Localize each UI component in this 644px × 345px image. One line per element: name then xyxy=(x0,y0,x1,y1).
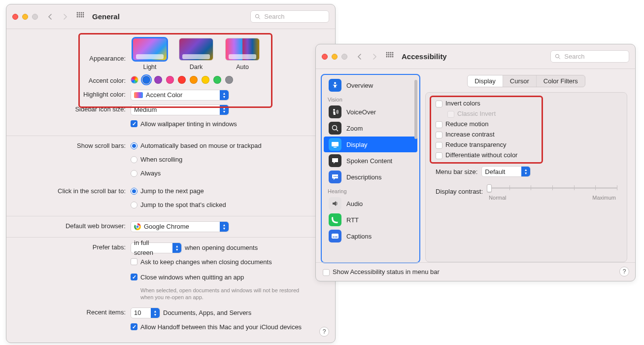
svg-line-13 xyxy=(259,18,260,19)
show-all-icon[interactable] xyxy=(76,12,84,22)
tab-cursor[interactable]: Cursor xyxy=(503,75,536,87)
reduce-motion-checkbox[interactable]: Reduce motion xyxy=(436,120,617,128)
sidebar-item-audio[interactable]: Audio xyxy=(324,196,417,211)
svg-point-20 xyxy=(386,54,388,55)
scrollbar[interactable] xyxy=(414,78,417,259)
wallpaper-tint-checkbox[interactable]: Allow wallpaper tinting in windows xyxy=(131,119,237,129)
invert-colors-checkbox[interactable]: Invert colors xyxy=(436,100,617,107)
sidebar-size-label: Sidebar icon size: xyxy=(16,104,131,114)
scroll-radio-always[interactable]: Always xyxy=(131,169,161,178)
general-toolbar: General xyxy=(6,4,335,29)
appearance-option-label: Auto xyxy=(236,62,249,72)
appearance-option-auto[interactable]: Auto xyxy=(223,38,262,72)
scroll-radio-scrolling[interactable]: When scrolling xyxy=(131,155,182,165)
close-icon[interactable] xyxy=(12,14,18,20)
chrome-icon xyxy=(134,223,141,230)
nav-back-button[interactable] xyxy=(354,54,365,60)
select-stepper-icon: ▲▼ xyxy=(220,105,229,115)
appearance-option-label: Light xyxy=(143,62,156,72)
svg-point-32 xyxy=(333,126,337,130)
tab-color-filters[interactable]: Color Filters xyxy=(536,75,585,87)
help-button[interactable]: ? xyxy=(319,327,329,337)
sidebar-item-descriptions[interactable]: Descriptions xyxy=(324,169,417,185)
click-radio-spot[interactable]: Jump to the spot that's clicked xyxy=(131,200,226,210)
nav-forward-button[interactable] xyxy=(369,54,380,60)
prefer-tabs-select[interactable]: in full screen ▲▼ xyxy=(131,242,182,253)
minimize-icon[interactable] xyxy=(22,14,28,20)
differentiate-checkbox[interactable]: Differentiate without color xyxy=(436,151,617,159)
sidebar-item-captions[interactable]: Captions xyxy=(324,228,417,244)
minimize-icon[interactable] xyxy=(332,54,338,60)
accent-label: Accent color: xyxy=(16,76,131,86)
help-button[interactable]: ? xyxy=(619,267,629,276)
close-icon[interactable] xyxy=(322,54,328,60)
search-field[interactable] xyxy=(250,10,329,23)
show-all-icon[interactable] xyxy=(386,52,394,62)
accent-swatch-yellow[interactable] xyxy=(202,76,209,84)
scroll-radio-auto[interactable]: Automatically based on mouse or trackpad xyxy=(131,141,262,151)
menubar-size-label: Menu bar size: xyxy=(436,168,477,175)
svg-point-23 xyxy=(392,54,394,55)
recent-items-select[interactable]: 10 ▲▼ xyxy=(131,308,160,318)
accent-swatch-graphite[interactable] xyxy=(225,76,233,84)
handoff-checkbox[interactable]: Allow Handoff between this Mac and your … xyxy=(131,322,302,332)
search-input[interactable] xyxy=(263,12,325,21)
nav-forward-button[interactable] xyxy=(60,14,70,20)
appearance-label: Appearance: xyxy=(16,38,131,64)
wallpaper-tint-label: Allow wallpaper tinting in windows xyxy=(140,119,237,129)
sidebar-item-voiceover[interactable]: VoiceOver xyxy=(324,104,417,120)
appearance-option-dark[interactable]: Dark xyxy=(177,38,215,72)
click-radio-next[interactable]: Jump to the next page xyxy=(131,186,204,196)
close-quit-checkbox[interactable]: Close windows when quitting an app xyxy=(131,273,244,282)
sidebar-size-select[interactable]: Medium ▲▼ xyxy=(131,104,229,115)
appearance-option-light[interactable]: Light xyxy=(131,38,169,72)
slider-max-label: Maximum xyxy=(592,195,616,201)
zoom-disabled-icon xyxy=(341,54,347,60)
radio-icon xyxy=(131,142,137,149)
sidebar-item-zoom[interactable]: Zoom xyxy=(324,120,417,136)
search-field[interactable] xyxy=(550,50,629,63)
accent-swatch-multicolor[interactable] xyxy=(131,76,138,84)
browser-value: Google Chrome xyxy=(144,222,189,232)
highlight-color-select[interactable]: Accent Color ▲▼ xyxy=(131,90,229,101)
slider-handle-icon[interactable] xyxy=(487,184,492,192)
svg-point-16 xyxy=(386,52,388,53)
accent-swatch-purple[interactable] xyxy=(154,76,162,84)
sidebar-item-rtt[interactable]: RTT xyxy=(324,212,417,228)
accent-swatch-green[interactable] xyxy=(213,76,221,84)
svg-point-25 xyxy=(388,56,390,57)
svg-point-28 xyxy=(555,54,559,58)
checkbox-icon xyxy=(447,111,454,118)
search-input[interactable] xyxy=(563,52,625,61)
svg-point-38 xyxy=(337,176,338,177)
scrollbars-label: Show scroll bars: xyxy=(16,141,131,151)
menubar-size-select[interactable]: Default ▲▼ xyxy=(481,166,531,177)
accent-swatch-red[interactable] xyxy=(178,76,186,84)
reduce-transparency-checkbox[interactable]: Reduce transparency xyxy=(436,141,617,149)
display-contrast-slider[interactable] xyxy=(488,182,617,194)
svg-point-8 xyxy=(77,16,78,17)
browser-select[interactable]: Google Chrome ▲▼ xyxy=(131,221,229,232)
sidebar-item-display[interactable]: Display xyxy=(324,137,417,152)
nav-back-button[interactable] xyxy=(45,14,56,20)
sidebar-item-spoken[interactable]: Spoken Content xyxy=(324,153,417,169)
classic-invert-checkbox: Classic Invert xyxy=(447,110,617,118)
browser-label: Default web browser: xyxy=(16,221,131,231)
status-menubar-checkbox[interactable]: Show Accessibility status in menu bar xyxy=(323,268,440,276)
descriptions-icon xyxy=(329,171,341,183)
accessibility-sidebar[interactable]: Overview Vision VoiceOver Zoom xyxy=(322,75,419,262)
ask-keep-checkbox[interactable]: Ask to keep changes when closing documen… xyxy=(131,257,272,267)
sidebar-section-hearing: Hearing xyxy=(322,185,419,195)
accent-swatch-pink[interactable] xyxy=(166,76,174,84)
display-icon xyxy=(329,138,341,151)
checkbox-icon xyxy=(131,258,137,265)
accent-swatch-blue[interactable] xyxy=(142,76,150,84)
sidebar-item-overview[interactable]: Overview xyxy=(324,77,417,93)
svg-point-21 xyxy=(388,54,390,55)
radio-icon xyxy=(131,188,137,195)
increase-contrast-checkbox[interactable]: Increase contrast xyxy=(436,131,617,138)
svg-rect-35 xyxy=(334,147,337,148)
tab-display[interactable]: Display xyxy=(468,75,503,87)
accent-swatch-orange[interactable] xyxy=(190,76,198,84)
svg-point-22 xyxy=(390,54,392,55)
